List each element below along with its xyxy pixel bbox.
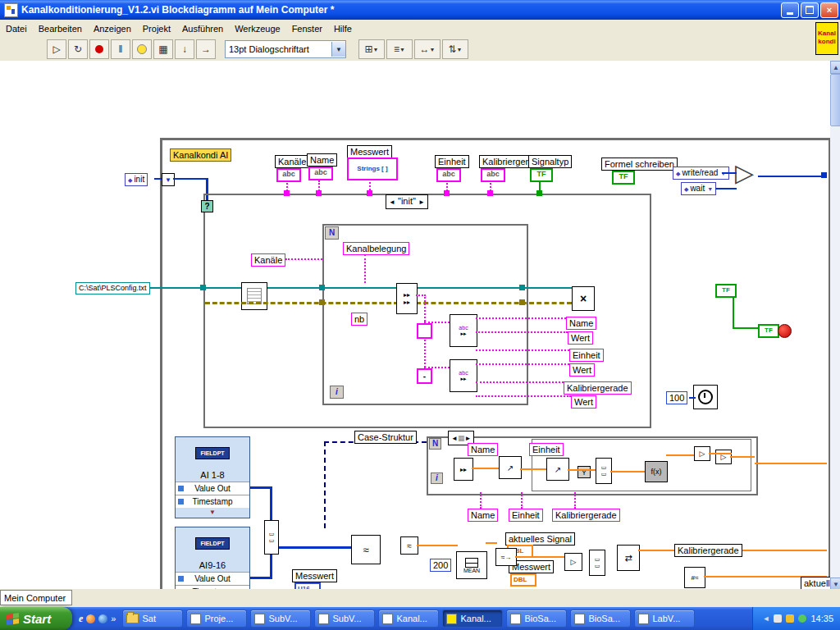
wait-enum[interactable]: ◆wait▼: [681, 182, 716, 195]
control-label-kanaele[interactable]: Kanäle: [275, 155, 309, 168]
fieldpoint-ai1-8[interactable]: FIELDPT AI 1-8 Value Out Timestamp ▼: [175, 436, 250, 518]
label-formel-schreiben[interactable]: Formel schreiben: [601, 158, 678, 171]
vscroll-thumb[interactable]: [830, 74, 840, 126]
ie-quicklaunch-icon[interactable]: e: [79, 613, 83, 625]
string-constant-empty[interactable]: [417, 323, 432, 339]
for-loop-count[interactable]: N: [325, 226, 339, 240]
scroll-up-icon[interactable]: ▲: [830, 61, 840, 74]
highlight-execution-button[interactable]: [132, 39, 152, 59]
next-case-icon[interactable]: ►: [418, 199, 425, 206]
taskbar-item-labview[interactable]: LabV...: [634, 609, 695, 628]
select-function-node[interactable]: ▷: [735, 161, 754, 185]
stop-button[interactable]: [778, 324, 792, 338]
divide-node[interactable]: ▷: [564, 553, 582, 571]
menu-ausfuehren[interactable]: Ausführen: [176, 22, 229, 35]
init-enum-constant[interactable]: ◆init: [125, 173, 148, 186]
retain-wire-values-button[interactable]: ▦: [153, 39, 173, 59]
fieldpoint-output-valueout[interactable]: Value Out: [176, 482, 249, 495]
terminal-einheit[interactable]: abc: [436, 168, 461, 182]
minimize-button[interactable]: [781, 2, 799, 18]
numeric-constant-200[interactable]: 200: [430, 559, 451, 572]
app-quicklaunch-icon[interactable]: [98, 614, 107, 623]
multiply-node[interactable]: ▷: [694, 446, 710, 461]
interpolate-node2[interactable]: ↗: [546, 458, 569, 481]
tray-collapse-icon[interactable]: ◄: [763, 614, 770, 623]
string-constant-minus[interactable]: -: [417, 368, 432, 384]
local-wert3[interactable]: Wert: [571, 395, 596, 409]
align-objects-ring[interactable]: ⊞▼: [358, 39, 385, 59]
inner-local-kalibriergerade[interactable]: Kalibriergerade: [552, 509, 620, 522]
numeric-constant-100[interactable]: 100: [666, 391, 687, 404]
step-into-button[interactable]: ↓: [175, 39, 194, 59]
tray-icon-1[interactable]: [774, 614, 782, 623]
write-read-enum[interactable]: ◆write/read▼: [673, 167, 729, 180]
window-titlebar[interactable]: Kanalkonditionierung_V1.2.vi Blockdiagra…: [0, 0, 840, 20]
terminal-signaltyp[interactable]: TF: [530, 168, 553, 182]
fieldpoint-output-valueout[interactable]: Value Out: [176, 572, 249, 585]
build-array-node2[interactable]: ▭▭: [596, 458, 612, 484]
menu-fenster[interactable]: Fenster: [286, 22, 328, 35]
label-kalibriergerade-right[interactable]: Kalibriergerade: [674, 544, 742, 557]
terminal-formel-tf[interactable]: TF: [612, 171, 635, 185]
inner-local-einheit-bottom[interactable]: Einheit: [509, 509, 543, 522]
fieldpoint-output-timestamp[interactable]: Timestamp: [176, 495, 249, 508]
inner-local-name-top[interactable]: Name: [468, 443, 498, 456]
path-constant[interactable]: C:\Sat\PLSConfig.txt: [75, 282, 150, 294]
system-tray[interactable]: ◄ 14:35: [752, 607, 840, 630]
free-label[interactable]: Kanalkondi AI: [170, 148, 231, 162]
taskbar-item-sat[interactable]: Sat: [122, 609, 183, 628]
fieldpoint-ai9-16[interactable]: FIELDPT AI9-16 Value Out Timestamp ▼: [175, 527, 250, 589]
boolean-constant-tf2[interactable]: TF: [758, 324, 779, 338]
case2-loop-count[interactable]: N: [429, 438, 441, 450]
browser-quicklaunch-icon[interactable]: [86, 614, 95, 623]
next-case-icon[interactable]: ►: [464, 435, 471, 442]
menu-bearbeiten[interactable]: Bearbeiten: [33, 22, 88, 35]
block-diagram[interactable]: Kanalkondi AI ◆init ▼ Kanäle abc Name ab…: [0, 61, 830, 589]
index-array-node2[interactable]: ▸▸: [454, 458, 473, 481]
loop-tunnel-enum[interactable]: ▼: [162, 173, 175, 186]
menu-werkzeuge[interactable]: Werkzeuge: [229, 22, 285, 35]
menu-anzeigen[interactable]: Anzeigen: [88, 22, 137, 35]
target-tab-mein-computer[interactable]: Mein Computer: [0, 590, 72, 605]
taskbar-item-kanal-1[interactable]: Kanal...: [378, 609, 439, 628]
label-messwert-control[interactable]: Messwert: [292, 569, 337, 582]
control-label-name[interactable]: Name: [307, 153, 337, 167]
inner-local-name-bottom[interactable]: Name: [468, 509, 498, 522]
tray-icon-2[interactable]: [786, 614, 794, 623]
tray-icon-3[interactable]: [798, 614, 806, 623]
terminal-messwert-strings[interactable]: Strings [ ]: [347, 158, 398, 180]
index-array-node[interactable]: ▸▸▸▸: [396, 283, 418, 314]
maximize-button[interactable]: [801, 2, 819, 18]
build-array-node[interactable]: ▭▭: [264, 520, 279, 555]
prev-case-icon[interactable]: ◄: [451, 435, 458, 442]
y-register[interactable]: Y: [578, 466, 591, 478]
resize-objects-ring[interactable]: ↔▼: [414, 39, 441, 59]
control-label-messwert[interactable]: Messwert: [347, 145, 392, 158]
build-array-node3[interactable]: ▭▭: [589, 550, 605, 576]
terminal-u16[interactable]: U16: [294, 582, 321, 589]
taskbar-item-subvi-1[interactable]: SubV...: [250, 609, 311, 628]
case-selector-terminal[interactable]: ?: [201, 200, 213, 212]
terminal-name[interactable]: abc: [308, 167, 333, 180]
label-aktuelles-signal[interactable]: aktuelles Signal: [505, 532, 575, 546]
pause-button[interactable]: ‖: [111, 39, 130, 59]
terminal-kalibriergerade[interactable]: abc: [481, 168, 505, 182]
local-einheit[interactable]: Einheit: [569, 349, 604, 362]
case1-selector-label[interactable]: ◄ "init" ►: [386, 194, 428, 209]
mean-node[interactable]: MEAN: [456, 551, 487, 579]
label-nb[interactable]: nb: [351, 313, 368, 326]
distribute-objects-ring[interactable]: ≡▼: [386, 39, 413, 59]
interpolate-node[interactable]: ↗: [499, 456, 522, 479]
label-kanalbelegung[interactable]: Kanalbelegung: [343, 242, 409, 255]
swap-values-node[interactable]: ⇄: [617, 545, 640, 571]
scan-from-string-node[interactable]: abc▸▸: [450, 359, 477, 392]
local-name[interactable]: Name: [566, 317, 596, 330]
scan-from-string-node[interactable]: abc▸▸: [450, 314, 477, 347]
waveform-small-node[interactable]: ≈: [400, 536, 418, 555]
local-wert2[interactable]: Wert: [569, 363, 595, 377]
add-node[interactable]: ▷: [715, 450, 732, 464]
taskbar-item-kanal-2-active[interactable]: Kanal...: [442, 609, 503, 628]
terminal-kanaele[interactable]: abc: [276, 168, 301, 182]
menu-projekt[interactable]: Projekt: [137, 22, 176, 35]
accumulate-node[interactable]: ≈→: [495, 548, 517, 566]
